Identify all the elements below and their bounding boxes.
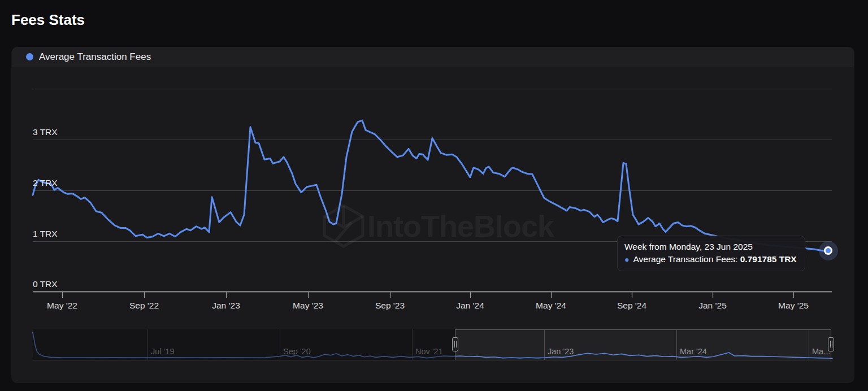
tooltip-series-row: ●Average Transaction Fees: 0.791785 TRX xyxy=(624,253,797,266)
fees-stats-page: Fees Stats Average Transaction Fees Into… xyxy=(0,0,868,391)
navigator-selected-range[interactable] xyxy=(455,329,831,360)
navigator-layer xyxy=(0,0,868,391)
hover-point-marker xyxy=(824,246,832,255)
tooltip-series-dot-icon: ● xyxy=(624,255,629,264)
navigator-left-handle[interactable] xyxy=(452,337,458,351)
tooltip-series-label: Average Transaction Fees: xyxy=(633,254,737,264)
tooltip-heading: Week from Monday, 23 Jun 2025 xyxy=(624,241,797,253)
navigator-unselected-mask xyxy=(33,329,455,360)
chart-tooltip: Week from Monday, 23 Jun 2025 ●Average T… xyxy=(617,236,805,271)
tooltip-value: 0.791785 TRX xyxy=(740,254,797,264)
navigator-right-handle[interactable] xyxy=(828,337,834,351)
